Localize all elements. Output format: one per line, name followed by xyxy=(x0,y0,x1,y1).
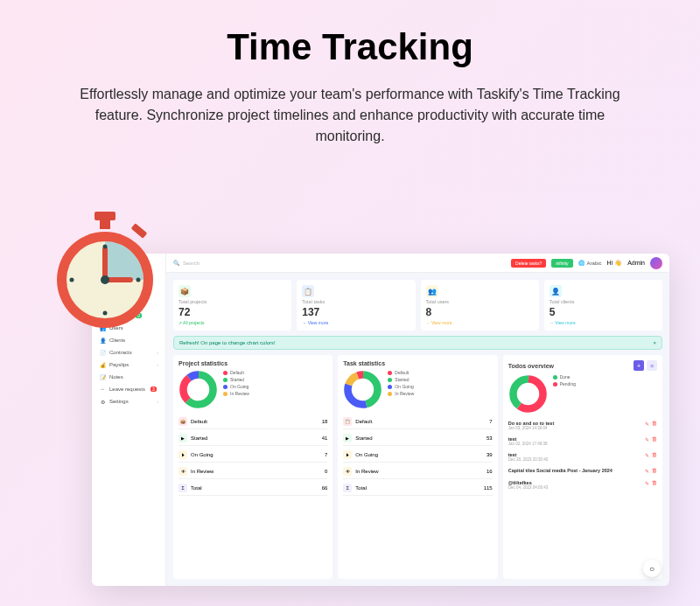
stat-row: 👁In Review16 xyxy=(343,464,492,479)
app-window: 📊Statuses📁Workspaces💬Chat3✅Todos1📹Meetin… xyxy=(92,254,669,586)
page-title: Time Tracking xyxy=(44,26,656,68)
legend-item: In Review xyxy=(223,391,249,396)
search-icon: 🔍 xyxy=(173,260,179,266)
legend-item: Default xyxy=(388,370,414,375)
delete-icon[interactable]: 🗑 xyxy=(652,480,657,490)
project-stats-panel: Project statistics DefaultStartedOn Goin… xyxy=(173,355,332,579)
topbar: 🔍 Search Delete tasks? infinity 🌐 Arabic… xyxy=(166,254,669,273)
edit-icon[interactable]: ✎ xyxy=(645,436,649,446)
delete-icon[interactable]: 🗑 xyxy=(652,421,657,430)
legend-item: On Going xyxy=(388,384,414,389)
todo-item[interactable]: testDec 28, 2023 20:30:40✎🗑 xyxy=(508,450,657,463)
row-icon: ▶ xyxy=(178,434,187,442)
delete-button[interactable]: Delete tasks? xyxy=(511,259,546,268)
edit-icon[interactable]: ✎ xyxy=(645,421,649,430)
stats-row: 📦Total projects72↗ All projects📋Total ta… xyxy=(173,280,662,331)
nav-icon: 📄 xyxy=(99,349,106,356)
stat-row: ▶Started41 xyxy=(178,431,327,446)
task-stats-panel: Task statistics DefaultStartedOn GoingIn… xyxy=(338,355,497,579)
edit-icon[interactable]: ✎ xyxy=(645,468,649,474)
close-icon[interactable]: × xyxy=(653,340,656,345)
stat-card: 📦Total projects72↗ All projects xyxy=(173,280,291,331)
stat-row: ⏵On Going39 xyxy=(343,448,492,463)
todo-item[interactable]: testJan 02, 2024 17:48:38✎🗑 xyxy=(508,435,657,448)
stat-card: 📋Total tasks137→ View more xyxy=(297,280,415,331)
greeting: Hi 👋 xyxy=(607,260,623,267)
sidebar-item[interactable]: →Leave requests3 xyxy=(97,383,160,395)
svg-point-7 xyxy=(101,275,109,284)
edit-icon[interactable]: ✎ xyxy=(645,452,649,462)
username: Admin xyxy=(627,260,645,266)
delete-icon[interactable]: 🗑 xyxy=(652,436,657,446)
todos-chart xyxy=(508,374,548,414)
delete-icon[interactable]: 🗑 xyxy=(652,468,657,474)
legend-item: In Review xyxy=(388,391,414,396)
sidebar-item[interactable]: 📝Notes xyxy=(97,371,160,383)
stat-card: 👥Total users8→ View more xyxy=(421,280,539,331)
svg-rect-2 xyxy=(131,223,148,239)
sidebar-item[interactable]: 👤Clients xyxy=(97,334,160,346)
nav-icon: 👤 xyxy=(99,337,106,344)
chevron-right-icon: › xyxy=(157,350,158,355)
row-icon: Σ xyxy=(343,484,352,492)
nav-icon: 💰 xyxy=(99,361,106,368)
stat-row: 📋Default7 xyxy=(343,414,492,429)
svg-point-9 xyxy=(103,311,108,316)
sidebar-item[interactable]: 📄Contracts› xyxy=(97,346,160,359)
todo-item[interactable]: Capital tiles Social media Post - Januar… xyxy=(508,466,657,476)
stat-row: 📦Default18 xyxy=(178,414,327,429)
infinity-button[interactable]: infinity xyxy=(551,259,572,268)
stat-row: ΣTotal66 xyxy=(178,481,327,496)
search-input[interactable]: 🔍 Search xyxy=(173,260,506,266)
svg-point-8 xyxy=(103,245,108,249)
globe-icon: 🌐 xyxy=(578,260,584,266)
todo-item[interactable]: Do so and so to testJan 03, 2024 14:36:0… xyxy=(508,419,657,432)
stat-row: ▶Started53 xyxy=(343,431,492,446)
row-icon: 👁 xyxy=(178,467,187,476)
stat-icon: 👥 xyxy=(426,285,438,297)
legend-item: On Going xyxy=(223,384,249,389)
row-icon: 📋 xyxy=(343,417,352,426)
stopwatch-icon xyxy=(52,210,158,336)
language-selector[interactable]: 🌐 Arabic xyxy=(578,260,602,266)
fab-button[interactable]: ○ xyxy=(643,560,661,577)
alert-banner: Refresh! On page to change chart colors!… xyxy=(173,336,662,350)
nav-icon: ⚙ xyxy=(99,398,106,405)
nav-icon: 📝 xyxy=(99,373,106,380)
legend-item: Done xyxy=(553,374,576,380)
add-todo-button[interactable]: + xyxy=(634,360,644,371)
badge: 3 xyxy=(150,387,157,392)
view-link[interactable]: ↗ All projects xyxy=(178,320,286,325)
avatar[interactable] xyxy=(650,257,662,269)
page-subtitle: Effortlessly manage and optimize your te… xyxy=(79,84,621,147)
stat-row: 👁In Review0 xyxy=(178,464,327,479)
legend-item: Pending xyxy=(553,381,576,387)
row-icon: ▶ xyxy=(343,434,352,442)
view-link[interactable]: → View more xyxy=(550,320,657,325)
chevron-right-icon: › xyxy=(157,399,158,404)
todo-item[interactable]: @tHtefkesDec 04, 2023 04:06:43✎🗑 xyxy=(508,478,657,491)
legend-item: Default xyxy=(223,370,249,375)
legend-item: Started xyxy=(223,377,249,382)
view-link[interactable]: → View more xyxy=(426,320,534,325)
delete-icon[interactable]: 🗑 xyxy=(652,452,657,462)
sidebar-item[interactable]: 💰Payslips› xyxy=(97,359,160,371)
legend-item: Started xyxy=(388,377,414,382)
row-icon: 👁 xyxy=(343,467,352,476)
stat-icon: 📋 xyxy=(302,285,314,297)
todos-menu-button[interactable]: ≡ xyxy=(647,360,657,371)
stat-card: 👤Total clients5→ View more xyxy=(544,280,662,331)
todos-panel: Todos overview + ≡ DonePending Do s xyxy=(503,355,662,579)
view-link[interactable]: → View more xyxy=(302,320,410,325)
stat-row: ΣTotal115 xyxy=(343,481,492,496)
task-stats-chart xyxy=(343,370,382,409)
nav-icon: → xyxy=(99,386,106,393)
sidebar-item[interactable]: ⚙Settings› xyxy=(97,395,160,407)
row-icon: ⏵ xyxy=(178,450,187,459)
svg-rect-1 xyxy=(100,219,110,229)
edit-icon[interactable]: ✎ xyxy=(645,480,649,490)
svg-point-11 xyxy=(136,278,141,282)
row-icon: ⏵ xyxy=(343,450,352,459)
project-stats-chart xyxy=(178,370,218,409)
svg-point-10 xyxy=(70,278,74,282)
